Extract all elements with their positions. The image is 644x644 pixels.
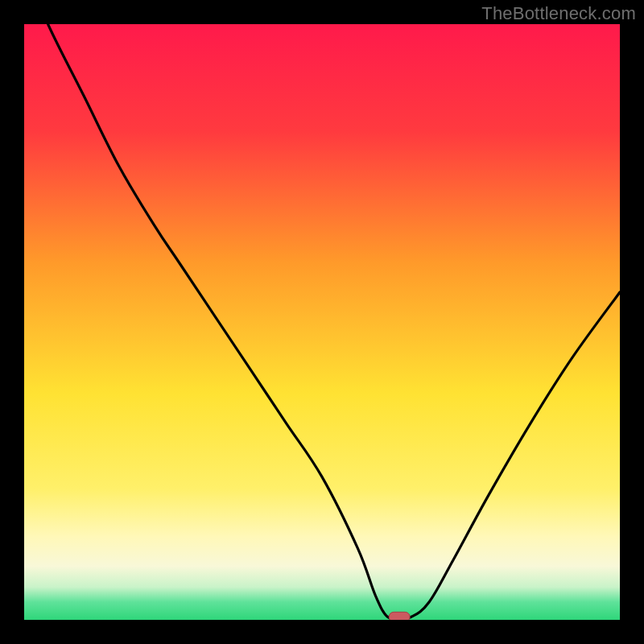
bottleneck-chart (24, 24, 620, 620)
gradient-background (24, 24, 620, 620)
optimal-marker (389, 612, 410, 620)
plot-area (24, 24, 620, 620)
chart-frame: TheBottleneck.com (0, 0, 644, 644)
watermark-label: TheBottleneck.com (481, 3, 636, 24)
